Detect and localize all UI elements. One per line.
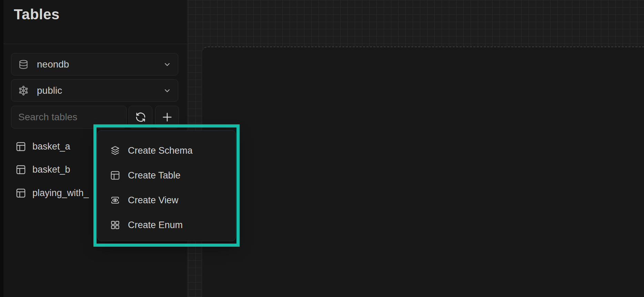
page-title: Tables — [14, 6, 60, 23]
plus-icon — [161, 111, 173, 123]
table-list-item[interactable]: playing_with_ — [16, 185, 102, 201]
schema-select-value: public — [37, 85, 163, 96]
database-select-value: neondb — [37, 59, 163, 70]
annotation-highlight-frame — [93, 124, 240, 247]
table-list-item[interactable]: basket_a — [16, 138, 102, 155]
table-list-item[interactable]: basket_b — [16, 161, 102, 178]
app-edge-strip — [0, 0, 3, 297]
table-icon — [16, 188, 26, 198]
schema-icon — [18, 85, 29, 96]
create-table-panel — [202, 47, 644, 297]
chevron-down-icon — [163, 60, 172, 69]
table-name: playing_with_ — [32, 188, 89, 198]
search-tables-placeholder: Search tables — [18, 112, 77, 123]
sidebar-divider — [3, 44, 187, 44]
chevron-down-icon — [163, 86, 172, 95]
table-icon — [16, 164, 26, 175]
schema-select[interactable]: public — [11, 79, 178, 102]
table-icon — [16, 141, 26, 152]
database-select[interactable]: neondb — [11, 53, 178, 75]
database-icon — [18, 59, 29, 70]
refresh-icon — [135, 112, 146, 123]
table-name: basket_a — [32, 141, 70, 152]
table-name: basket_b — [32, 164, 70, 175]
